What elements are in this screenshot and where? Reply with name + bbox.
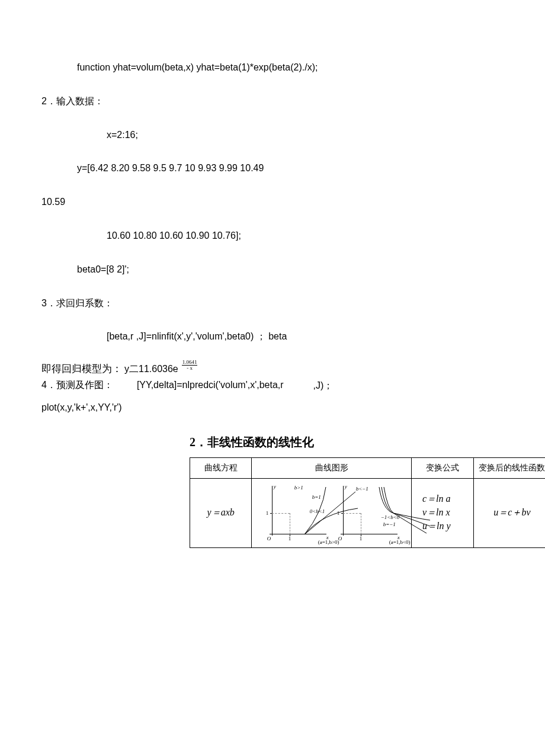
- code-line-y2: 10.59: [41, 194, 504, 211]
- label-b-lt-m1: b<−1: [356, 486, 368, 492]
- cell-linear: u＝c＋bv: [473, 478, 545, 547]
- origin-label: O: [267, 536, 271, 542]
- model-exp-x: - x: [187, 366, 193, 371]
- graph-positive-b: y x O 1 1 b>1 b=1 0<b<1: [264, 483, 329, 543]
- label-b-eq-m1: b=−1: [383, 521, 396, 527]
- subsection-title: 2．非线性函数的线性化: [190, 434, 504, 450]
- cell-graphs: y x O 1 1 b>1 b=1 0<b<1: [252, 478, 412, 547]
- model-body: y二11.6036e: [124, 363, 178, 376]
- tick-1-y: 1: [266, 510, 269, 516]
- label-b-m1-0: −1<b<0: [381, 514, 400, 520]
- cell-equation: y＝axb: [190, 478, 252, 547]
- linearization-table: 曲线方程 曲线图形 变换公式 变换后的线性函数 y＝axb y x O 1 1: [190, 457, 545, 548]
- section-3-heading: 3．求回归系数：: [41, 295, 504, 312]
- model-exponent: 1.0641 - x: [182, 360, 198, 371]
- code-line-beta0: beta0=[8 2]';: [41, 261, 504, 278]
- code-line-y3: 10.60 10.80 10.60 10.90 10.76];: [41, 228, 504, 245]
- tick-1-x: 1: [288, 536, 291, 542]
- th-transform: 变换公式: [411, 457, 473, 478]
- origin-label: O: [338, 536, 342, 542]
- code-line-plot: plot(x,y,'k+',x,YY,'r'): [41, 399, 504, 417]
- model-prefix: 即得回归模型为：: [41, 362, 122, 376]
- th-equation: 曲线方程: [190, 457, 252, 478]
- th-linear: 变换后的线性函数: [473, 457, 545, 478]
- axis-y-label: y: [274, 483, 276, 489]
- table-header-row: 曲线方程 曲线图形 变换公式 变换后的线性函数: [190, 457, 546, 478]
- table-row: y＝axb y x O 1 1: [190, 478, 546, 547]
- axis-y-label: y: [345, 483, 347, 489]
- section-2-heading: 2．输入数据：: [41, 93, 504, 110]
- graph-negative-b: y x O 1 1 b<−1 −1<b<0 b=−: [335, 483, 400, 543]
- code-line-y1: y=[6.42 8.20 9.58 9.5 9.7 10 9.93 9.99 1…: [41, 160, 504, 177]
- code-line-function: function yhat=volum(beta,x) yhat=beta(1)…: [41, 59, 504, 76]
- code-line-nlpredci: [YY,delta]=nlpredci('volum',x',beta,r: [137, 380, 284, 392]
- tick-1-x: 1: [360, 536, 363, 542]
- label-b-gt-1: b>1: [294, 485, 303, 491]
- th-graph: 曲线图形: [252, 457, 412, 478]
- label-b-eq-1: b=1: [312, 494, 321, 500]
- code-line-x: x=2:16;: [41, 127, 504, 144]
- tick-1-y: 1: [337, 510, 340, 516]
- section-4-heading: 4．预测及作图：: [41, 379, 113, 392]
- caption-g2: (a=1,b<0): [367, 539, 432, 545]
- label-b-0-1: 0<b<1: [310, 508, 325, 514]
- curves-icon: [367, 483, 432, 543]
- code-line-nlinfit: [beta,r ,J]=nlinfit(x',y','volum',beta0)…: [41, 328, 504, 345]
- section-4-row: 4．预测及作图： [YY,delta]=nlpredci('volum',x',…: [41, 379, 504, 392]
- code-line-nlpredci-tail: ,J)；: [313, 380, 334, 392]
- regression-model-line: 即得回归模型为： y二11.6036e 1.0641 - x: [41, 362, 504, 376]
